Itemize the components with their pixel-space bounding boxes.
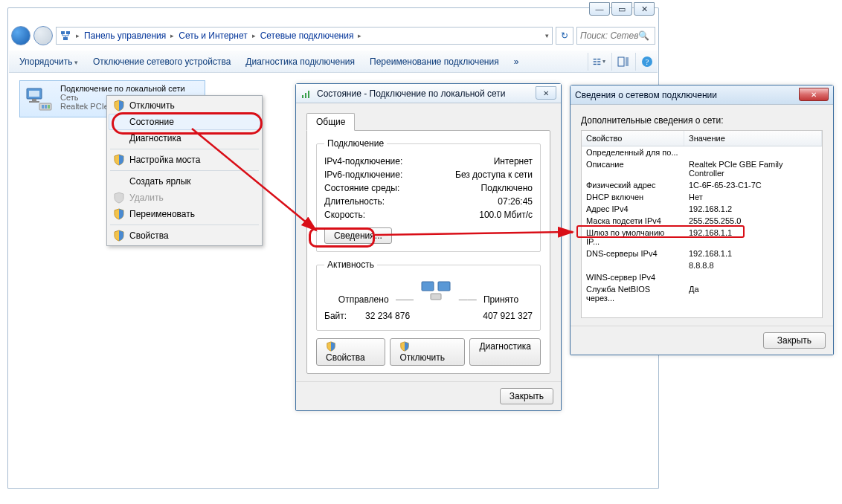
menu-properties[interactable]: Свойства [109, 227, 260, 244]
property-cell: Маска подсети IPv4 [582, 216, 684, 226]
close-button[interactable]: Закрыть [763, 332, 826, 349]
properties-button[interactable]: Свойства [316, 338, 385, 366]
value-cell: 255.255.255.0 [684, 216, 822, 226]
activity-graphic: Отправлено —— —— Принято [324, 280, 533, 305]
bytes-label: Байт: [324, 311, 347, 321]
svg-rect-15 [32, 99, 36, 101]
preview-pane-icon[interactable] [611, 53, 629, 71]
svg-rect-0 [61, 31, 65, 34]
close-x-button[interactable]: ✕ [536, 86, 556, 100]
close-button[interactable]: ✕ [634, 2, 655, 16]
diagnostics-button[interactable]: Диагностика [469, 338, 541, 366]
menu-disable[interactable]: Отключить [109, 97, 260, 114]
ipv4-label: IPv4-подключение: [324, 156, 402, 167]
table-row[interactable]: Физический адрес1C-6F-65-23-C1-7C [582, 179, 822, 191]
search-box[interactable]: 🔍 [576, 27, 655, 45]
table-row[interactable]: ОписаниеRealtek PCIe GBE Family Controll… [582, 158, 822, 179]
connection-icon [25, 84, 54, 114]
close-button[interactable]: Закрыть [500, 388, 553, 404]
bytes-recv: 407 921 327 [451, 311, 533, 321]
value-cell: 192.168.1.1 [684, 227, 822, 247]
breadcrumb[interactable]: ▸ Панель управления ▸ Сеть и Интернет ▸ … [56, 27, 553, 45]
search-input[interactable] [580, 30, 638, 41]
chevron-down-icon[interactable]: ▾ [545, 32, 549, 39]
value-cell: 192.168.1.2 [684, 204, 822, 214]
svg-rect-2 [63, 37, 68, 40]
signal-icon [301, 88, 312, 100]
value-cell [684, 147, 822, 158]
details-table: Свойство Значение Определенный для по...… [581, 130, 823, 318]
svg-rect-16 [29, 101, 39, 103]
view-options-icon[interactable]: ▾ [588, 53, 605, 71]
back-button[interactable] [11, 26, 30, 45]
details-button[interactable]: Сведения... [324, 227, 392, 244]
svg-rect-25 [438, 282, 450, 291]
rename-button[interactable]: Переименование подключения [364, 54, 505, 69]
property-cell: Описание [582, 159, 684, 178]
menu-delete: Удалить [109, 190, 260, 206]
property-cell: Адрес IPv4 [582, 204, 684, 214]
overflow-button[interactable]: » [508, 54, 525, 69]
help-icon[interactable]: ? [635, 53, 653, 71]
menu-diagnostics[interactable]: Диагностика [109, 130, 260, 146]
svg-rect-9 [618, 57, 624, 66]
status-title: Состояние - Подключение по локальной сет… [317, 88, 506, 99]
context-menu: Отключить Состояние Диагностика Настройк… [106, 95, 263, 246]
svg-rect-10 [626, 57, 629, 66]
shield-icon [113, 230, 125, 242]
search-icon: 🔍 [638, 30, 649, 41]
table-row[interactable]: WINS-сервер IPv4 [582, 271, 822, 283]
tab-general[interactable]: Общие [306, 113, 355, 131]
breadcrumb-item[interactable]: Сетевые подключения [260, 30, 354, 41]
table-row[interactable]: 8.8.8.8 [582, 259, 822, 271]
property-cell: Определенный для по... [582, 147, 684, 158]
menu-status[interactable]: Состояние [109, 114, 260, 130]
breadcrumb-item[interactable]: Сеть и Интернет [179, 30, 247, 41]
property-cell: Физический адрес [582, 180, 684, 190]
disable-device-button[interactable]: Отключение сетевого устройства [87, 54, 237, 69]
table-row[interactable]: Служба NetBIOS через...Да [582, 283, 822, 304]
shield-icon [326, 341, 336, 352]
shield-icon [399, 341, 410, 352]
ipv6-value: Без доступа к сети [455, 169, 533, 180]
diagnose-button[interactable]: Диагностика подключения [240, 54, 361, 69]
bytes-sent: 32 234 876 [347, 311, 428, 321]
chevron-right-icon: ▸ [358, 32, 361, 39]
status-titlebar: Состояние - Подключение по локальной сет… [296, 84, 561, 103]
group-connection-label: Подключение [324, 138, 387, 149]
value-cell: 192.168.1.1 [684, 248, 822, 259]
organize-menu[interactable]: Упорядочить [13, 54, 84, 69]
disable-button[interactable]: Отключить [390, 338, 465, 366]
table-row[interactable]: Шлюз по умолчанию IP...192.168.1.1 [582, 227, 822, 248]
property-cell: DHCP включен [582, 192, 684, 202]
svg-rect-21 [302, 95, 303, 98]
menu-bridge[interactable]: Настройка моста [109, 152, 260, 168]
status-dialog: Состояние - Подключение по локальной сет… [295, 83, 562, 411]
minimize-button[interactable]: ― [589, 2, 610, 16]
close-x-button[interactable]: ✕ [799, 88, 829, 101]
table-row[interactable]: DNS-серверы IPv4192.168.1.1 [582, 248, 822, 259]
media-value: Подключено [481, 183, 533, 193]
forward-button[interactable] [33, 26, 53, 45]
menu-rename[interactable]: Переименовать [109, 206, 260, 222]
group-activity-label: Активность [324, 259, 377, 270]
monitors-icon [420, 280, 451, 303]
table-row[interactable]: Адрес IPv4192.168.1.2 [582, 203, 822, 215]
maximize-button[interactable]: ▭ [611, 2, 632, 16]
table-row[interactable]: Определенный для по... [582, 146, 822, 158]
value-cell: Да [684, 284, 822, 303]
property-cell: Служба NetBIOS через... [582, 284, 684, 303]
value-cell: Нет [684, 192, 822, 202]
breadcrumb-item[interactable]: Панель управления [84, 30, 166, 41]
refresh-button[interactable]: ↻ [556, 27, 573, 45]
value-cell: 8.8.8.8 [684, 260, 822, 271]
value-cell: Realtek PCIe GBE Family Controller [684, 159, 822, 178]
window-controls: ― ▭ ✕ [589, 2, 655, 16]
network-icon [60, 30, 71, 42]
chevron-right-icon: ▸ [170, 32, 174, 39]
table-row[interactable]: DHCP включенНет [582, 191, 822, 203]
table-row[interactable]: Маска подсети IPv4255.255.255.0 [582, 215, 822, 227]
menu-shortcut[interactable]: Создать ярлык [109, 173, 260, 190]
property-cell: DNS-серверы IPv4 [582, 248, 684, 259]
svg-rect-7 [597, 61, 600, 62]
